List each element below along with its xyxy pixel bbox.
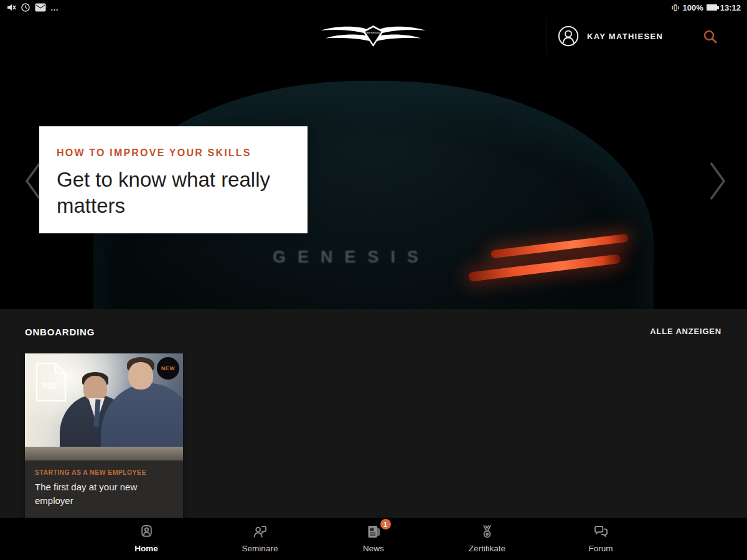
card-photo: PDF NEW: [25, 353, 183, 460]
user-name: KAY MATHIESEN: [587, 32, 663, 41]
user-circle-icon: [558, 26, 579, 47]
chevron-left-icon[interactable]: [22, 161, 44, 204]
genesis-logo-text: GENESIS: [366, 31, 380, 34]
nav-item-forum[interactable]: Forum: [554, 518, 647, 560]
battery-icon: [707, 4, 717, 11]
card-text-area: STARTING AS A NEW EMPLOYEE The first day…: [25, 460, 183, 519]
status-bar: … 100% 13:12: [0, 0, 747, 15]
more-notifications-indicator: …: [50, 3, 59, 12]
user-profile-button[interactable]: KAY MATHIESEN: [558, 15, 663, 57]
clock: 13:12: [720, 3, 741, 12]
nav-item-news[interactable]: 1 News: [327, 518, 420, 560]
seminars-icon: [251, 522, 268, 541]
home-icon: [138, 522, 155, 541]
news-badge: 1: [380, 519, 391, 530]
news-icon: 1: [365, 522, 382, 541]
section-title: ONBOARDING: [25, 327, 95, 337]
header-divider: [547, 19, 547, 54]
pdf-label: PDF: [42, 381, 59, 391]
car-trunk-lettering: GENESIS: [273, 248, 430, 267]
carousel-slide-card[interactable]: HOW TO IMPROVE YOUR SKILLS Get to know w…: [39, 126, 308, 233]
onboarding-section: ONBOARDING ALLE ANZEIGEN PDF: [0, 309, 747, 518]
app-screen: … 100% 13:12 GENESIS: [0, 0, 747, 560]
search-icon[interactable]: [702, 29, 718, 45]
mail-icon: [35, 3, 46, 12]
vibrate-icon: [671, 3, 680, 12]
nav-label-forum: Forum: [588, 544, 613, 553]
status-notification-icons: …: [6, 2, 59, 12]
pdf-file-icon: PDF: [35, 362, 67, 405]
slide-title: Get to know what really matters: [57, 167, 291, 219]
slide-eyebrow: HOW TO IMPROVE YOUR SKILLS: [57, 147, 291, 159]
forum-icon: [593, 522, 609, 541]
photo-desk: [25, 447, 183, 460]
battery-percent: 100%: [683, 3, 703, 12]
see-all-link[interactable]: ALLE ANZEIGEN: [650, 327, 721, 337]
onboarding-card[interactable]: PDF NEW STARTING AS A NEW EMPLOYEE The f…: [25, 353, 183, 519]
certificates-icon: [479, 522, 496, 541]
app-header: GENESIS KAY MATHIESEN: [0, 15, 747, 57]
hero-carousel: GENESIS GGX 0331 HOW TO IMPROVE YOUR SKI…: [0, 57, 747, 309]
new-badge: NEW: [157, 357, 179, 380]
bottom-navigation: Home Seminare: [0, 518, 747, 560]
nav-item-home[interactable]: Home: [100, 518, 193, 560]
card-title: The first day at your new employer: [35, 480, 173, 508]
nav-label-news: News: [363, 544, 384, 553]
nav-item-seminare[interactable]: Seminare: [214, 518, 307, 560]
alarm-icon: [21, 2, 31, 12]
chevron-right-icon[interactable]: [707, 161, 728, 204]
media-muted-icon: [6, 2, 16, 12]
nav-label-seminare: Seminare: [242, 544, 278, 553]
nav-label-zertifikate: Zertifikate: [469, 544, 505, 553]
nav-label-home: Home: [134, 544, 158, 553]
card-eyebrow: STARTING AS A NEW EMPLOYEE: [35, 469, 173, 476]
genesis-logo[interactable]: GENESIS: [319, 22, 428, 53]
nav-item-zertifikate[interactable]: Zertifikate: [441, 518, 534, 560]
